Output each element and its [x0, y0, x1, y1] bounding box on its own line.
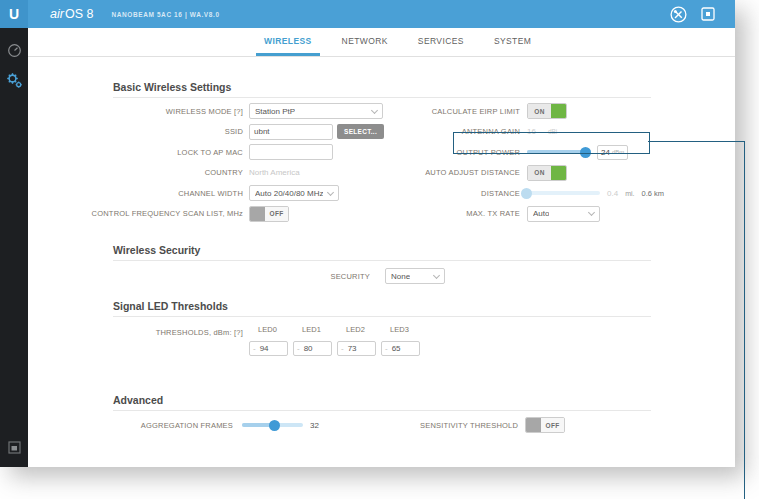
slider-thumb[interactable] [580, 147, 591, 158]
distance-slider [527, 186, 600, 200]
security-row: SECURITY None [28, 266, 735, 286]
output-power-slider[interactable] [527, 145, 591, 159]
distance-unit: mi. [625, 190, 634, 197]
led3-header: LED3 [381, 324, 418, 336]
channel-width-select[interactable]: Auto 20/40/80 MHz [249, 185, 339, 201]
led3-input[interactable]: -65 [381, 341, 420, 356]
wireless-mode-label: WIRELESS MODE [?] [83, 107, 243, 116]
distance-converted: 0.6 km [641, 189, 664, 198]
header-bar: U airOS 8 NANOBEAM 5AC 16 | WA.V8.0 [0, 0, 735, 28]
ssid-row: SSID SELECT... [83, 122, 420, 143]
auto-adjust-distance-label: AUTO ADJUST DISTANCE [420, 168, 520, 177]
settings-content: Basic Wireless Settings WIRELESS MODE [?… [28, 57, 735, 467]
chevron-down-icon [433, 271, 440, 278]
minimize-window-icon[interactable] [0, 435, 28, 459]
device-info: NANOBEAM 5AC 16 | WA.V8.0 [111, 11, 219, 18]
distance-label: DISTANCE [420, 189, 520, 198]
lock-ap-mac-input[interactable] [249, 144, 333, 160]
antenna-gain-label: ANTENNA GAIN [420, 127, 520, 136]
section-title-basic: Basic Wireless Settings [113, 57, 735, 93]
thresholds-label: THRESHOLDS, dBm: [?] [156, 328, 243, 337]
output-power-label: OUTPUT POWER [420, 148, 520, 157]
control-freq-scan-toggle[interactable]: OFF [249, 206, 289, 222]
slider-thumb[interactable] [269, 420, 280, 431]
antenna-gain-value: 16 [527, 127, 536, 136]
wireless-mode-row: WIRELESS MODE [?] Station PtP [83, 101, 420, 122]
logo-letter: U [9, 6, 19, 22]
chevron-down-icon [371, 107, 378, 114]
callout-connector-line [648, 141, 745, 142]
security-select[interactable]: None [385, 268, 445, 284]
distance-value: 0.4 [607, 189, 618, 198]
auto-adjust-distance-row: AUTO ADJUST DISTANCE ON [420, 163, 664, 184]
divider [113, 260, 651, 261]
led0-input[interactable]: -94 [249, 341, 288, 356]
led2-header: LED2 [337, 324, 374, 336]
control-freq-scan-row: CONTROL FREQUENCY SCAN LIST, MHz OFF [83, 204, 420, 225]
dashboard-icon[interactable] [0, 38, 28, 62]
chevron-down-icon [327, 189, 334, 196]
section-title-security: Wireless Security [113, 224, 735, 256]
calc-eirp-row: CALCULATE EIRP LIMIT ON [420, 101, 664, 122]
aggregation-label: AGGREGATION FRAMES [83, 421, 233, 430]
antenna-gain-unit: dBi [548, 128, 557, 135]
max-tx-rate-select[interactable]: Auto [527, 206, 600, 222]
divider [113, 97, 651, 98]
sidebar [0, 28, 28, 467]
ssid-select-button[interactable]: SELECT... [337, 124, 384, 139]
aggregation-value: 32 [310, 421, 319, 430]
led1-input[interactable]: -80 [293, 341, 332, 356]
led2-input[interactable]: -73 [337, 341, 376, 356]
aggregation-row: AGGREGATION FRAMES 32 [83, 415, 420, 436]
app-window: U airOS 8 NANOBEAM 5AC 16 | WA.V8.0 [0, 0, 735, 467]
country-label: COUNTRY [83, 168, 243, 177]
divider [113, 410, 651, 411]
ssid-label: SSID [83, 127, 243, 136]
output-power-row: OUTPUT POWER 24 dBm [420, 142, 664, 163]
control-freq-scan-label: CONTROL FREQUENCY SCAN LIST, MHz [83, 209, 243, 218]
tab-system[interactable]: SYSTEM [486, 28, 539, 56]
slider-thumb [521, 188, 532, 199]
ssid-input[interactable] [249, 124, 333, 140]
tools-icon[interactable] [670, 6, 687, 23]
antenna-gain-row: ANTENNA GAIN 16 dBi [420, 122, 664, 143]
section-title-led: Signal LED Thresholds [113, 286, 735, 312]
product-name: airOS 8 [50, 7, 93, 21]
divider [113, 316, 651, 317]
channel-width-label: CHANNEL WIDTH [83, 189, 243, 198]
sensitivity-toggle[interactable]: OFF [525, 417, 565, 433]
tab-network[interactable]: NETWORK [334, 28, 396, 56]
sensitivity-label: SENSITIVITY THRESHOLD [420, 421, 515, 430]
security-label: SECURITY [83, 272, 370, 281]
section-title-advanced: Advanced [113, 356, 735, 406]
country-value: North America [249, 168, 339, 177]
led-thresholds: THRESHOLDS, dBm: [?] LED0 LED1 LED2 LED3… [28, 321, 735, 356]
max-tx-rate-row: MAX. TX RATE Auto [420, 204, 664, 225]
channel-width-row: CHANNEL WIDTH Auto 20/40/80 MHz [83, 183, 420, 204]
auto-adjust-distance-toggle[interactable]: ON [527, 165, 567, 181]
logout-icon[interactable] [701, 7, 715, 21]
sensitivity-row: SENSITIVITY THRESHOLD OFF [420, 415, 565, 436]
tab-bar: WIRELESS NETWORK SERVICES SYSTEM [28, 28, 735, 57]
led1-header: LED1 [293, 324, 330, 336]
tab-wireless[interactable]: WIRELESS [256, 28, 320, 56]
callout-vertical-line [744, 141, 745, 499]
wireless-mode-select[interactable]: Station PtP [249, 103, 383, 119]
calc-eirp-toggle[interactable]: ON [527, 103, 567, 119]
distance-row: DISTANCE 0.4 mi. 0.6 km [420, 183, 664, 204]
led0-header: LED0 [249, 324, 286, 336]
max-tx-rate-label: MAX. TX RATE [420, 209, 520, 218]
lock-ap-mac-label: LOCK TO AP MAC [83, 148, 243, 157]
country-row: COUNTRY North America [83, 163, 420, 184]
chevron-down-icon [588, 209, 595, 216]
settings-gears-icon[interactable] [0, 68, 28, 92]
aggregation-slider[interactable] [242, 418, 303, 432]
calc-eirp-label: CALCULATE EIRP LIMIT [420, 107, 520, 116]
tab-services[interactable]: SERVICES [410, 28, 472, 56]
ubiquiti-logo[interactable]: U [0, 0, 28, 28]
output-power-value-box[interactable]: 24 dBm [597, 145, 628, 160]
save-changes-button[interactable]: SAVE CHANGES [339, 467, 425, 468]
lock-ap-mac-row: LOCK TO AP MAC [83, 142, 420, 163]
